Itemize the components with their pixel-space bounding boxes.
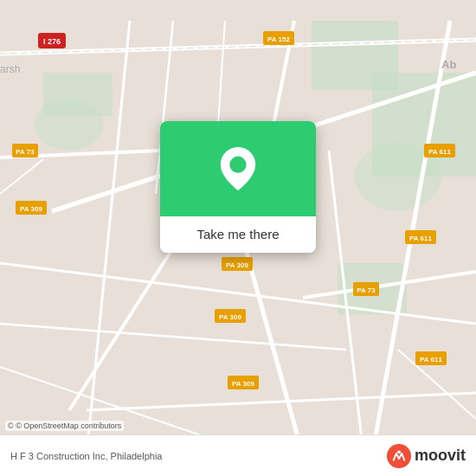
location-info: H F 3 Construction Inc, Philadelphia (10, 451, 162, 461)
moovit-logo: moovit (387, 444, 466, 468)
map-attribution: © © OpenStreetMap contributors (5, 421, 124, 431)
svg-line-6 (0, 40, 476, 54)
svg-text:Ab: Ab (441, 58, 456, 71)
svg-line-17 (87, 393, 476, 410)
svg-text:PA 152: PA 152 (267, 35, 290, 43)
moovit-text: moovit (415, 447, 466, 465)
svg-text:arsh: arsh (0, 63, 20, 75)
svg-point-51 (397, 450, 401, 453)
copyright-icon: © (8, 421, 14, 430)
svg-point-5 (35, 99, 104, 151)
svg-text:PA 611: PA 611 (428, 148, 451, 156)
location-pin-icon (220, 147, 256, 190)
location-label: H F 3 Construction Inc, Philadelphia (10, 451, 162, 461)
svg-text:PA 309: PA 309 (219, 313, 241, 321)
bottom-bar: H F 3 Construction Inc, Philadelphia moo… (0, 434, 476, 476)
attribution-text: © OpenStreetMap contributors (16, 421, 121, 430)
svg-text:PA 73: PA 73 (357, 286, 376, 294)
svg-text:PA 309: PA 309 (232, 380, 254, 388)
svg-text:PA 611: PA 611 (409, 235, 432, 242)
popup-map-preview (160, 121, 316, 216)
take-me-there-label: Take me there (196, 227, 279, 241)
svg-text:PA 309: PA 309 (226, 261, 248, 269)
moovit-logo-icon (387, 444, 411, 468)
svg-point-49 (229, 157, 246, 173)
svg-line-16 (0, 324, 346, 350)
svg-text:PA 309: PA 309 (20, 205, 42, 213)
svg-line-23 (0, 159, 43, 194)
popup-action[interactable]: Take me there (160, 216, 316, 253)
map-container: I 276 PA 152 PA 73 PA 309 PA 309 PA 309 … (0, 0, 476, 476)
svg-text:I 276: I 276 (43, 37, 61, 46)
svg-text:PA 611: PA 611 (420, 356, 442, 363)
svg-text:PA 73: PA 73 (16, 148, 35, 156)
location-popup[interactable]: Take me there (160, 121, 316, 253)
svg-point-50 (387, 444, 411, 468)
